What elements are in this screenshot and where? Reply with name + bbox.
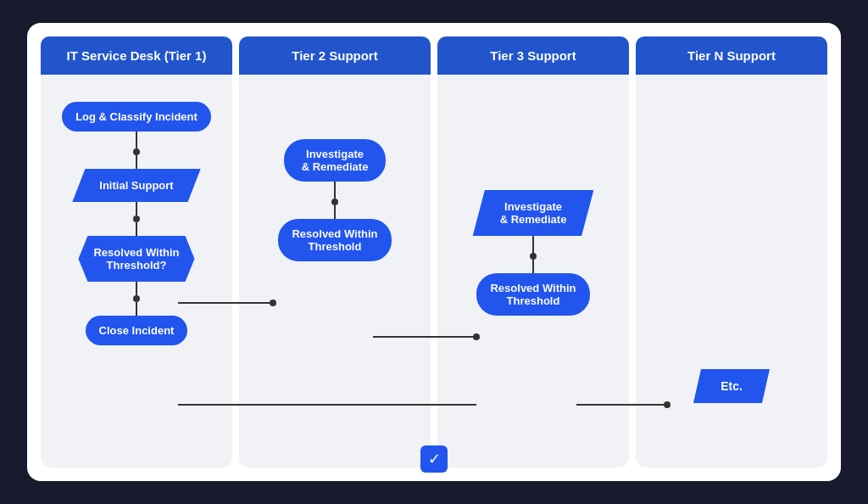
close-incident-node: Close Incident xyxy=(86,316,188,345)
dot-5 xyxy=(530,253,537,260)
dot-2 xyxy=(133,216,140,222)
tier2-header: Tier 2 Support xyxy=(239,36,431,75)
dot-4 xyxy=(331,199,338,205)
line-8 xyxy=(334,205,336,219)
resolved-threshold-q-node: Resolved WithinThreshold? xyxy=(78,236,194,282)
columns-layout: IT Service Desk (Tier 1) Log & Classify … xyxy=(27,23,841,481)
investigate-remediate-3-node: Investigate& Remediate xyxy=(473,190,594,236)
tiern-content: Etc. xyxy=(636,88,827,454)
line-10 xyxy=(532,260,534,273)
dot-3 xyxy=(133,295,140,302)
line-2 xyxy=(136,155,137,169)
tier1-content: Log & Classify Incident Initial Support … xyxy=(41,88,232,454)
column-tier2: Tier 2 Support Investigate& Remediate Re… xyxy=(239,36,431,468)
bottom-checkmark-icon: ✓ xyxy=(420,445,448,473)
line-6 xyxy=(136,302,137,316)
column-tier3: Tier 3 Support Investigate& Remediate Re… xyxy=(437,36,629,468)
initial-support-node: Initial Support xyxy=(72,169,200,202)
tiern-header: Tier N Support xyxy=(636,36,827,75)
investigate-remediate-2-node: Investigate& Remediate xyxy=(284,139,386,182)
line-7 xyxy=(334,182,336,199)
line-5 xyxy=(136,282,137,295)
tier1-header: IT Service Desk (Tier 1) xyxy=(41,36,232,75)
column-tiern: Tier N Support Etc. xyxy=(636,36,827,468)
tier3-header: Tier 3 Support xyxy=(437,36,629,75)
column-tier1: IT Service Desk (Tier 1) Log & Classify … xyxy=(41,36,232,468)
log-classify-node: Log & Classify Incident xyxy=(62,102,211,132)
line-4 xyxy=(136,222,137,236)
diagram-container: IT Service Desk (Tier 1) Log & Classify … xyxy=(27,23,841,481)
line-1 xyxy=(136,132,137,148)
resolved-threshold-3-node: Resolved WithinThreshold xyxy=(476,273,589,316)
etc-node: Etc. xyxy=(693,369,770,403)
line-3 xyxy=(136,202,137,216)
tier2-content: Investigate& Remediate Resolved WithinTh… xyxy=(239,88,431,454)
dot-1 xyxy=(133,148,140,155)
tier3-content: Investigate& Remediate Resolved WithinTh… xyxy=(437,88,629,454)
resolved-threshold-2-node: Resolved WithinThreshold xyxy=(278,219,391,261)
initial-support-wrapper: Initial Support xyxy=(72,169,200,202)
line-9 xyxy=(532,236,534,253)
